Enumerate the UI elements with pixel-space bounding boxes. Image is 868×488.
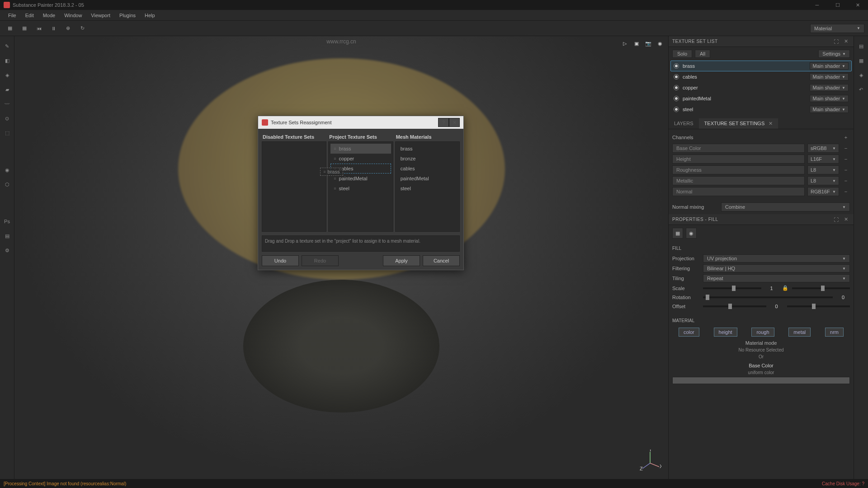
mat-nrm-button[interactable]: nrm xyxy=(825,328,844,337)
apply-button[interactable]: Apply xyxy=(383,255,420,266)
solo-button[interactable]: Solo xyxy=(672,50,692,58)
dialog-close-button[interactable]: ✕ xyxy=(449,118,460,127)
list-item[interactable]: bronze xyxy=(397,154,458,164)
add-icon[interactable]: ⊕ xyxy=(61,22,74,35)
viewport-camera-icon[interactable]: ▣ xyxy=(632,39,641,48)
ts-settings-dropdown[interactable]: Settings ▼ xyxy=(818,50,850,58)
shader-dropdown[interactable]: Main shader▼ xyxy=(810,95,849,102)
normal-mixing-dropdown[interactable]: Combine▼ xyxy=(721,202,850,211)
ts-item-steel[interactable]: steel Main shader▼ xyxy=(670,104,852,115)
visibility-toggle-icon[interactable] xyxy=(674,96,679,101)
mat-height-button[interactable]: height xyxy=(714,328,737,337)
viewport-perspective-icon[interactable]: ▷ xyxy=(620,39,629,48)
refresh-icon[interactable]: ↻ xyxy=(76,22,89,35)
panel-close-icon[interactable]: ✕ xyxy=(842,38,850,46)
projection-dropdown[interactable]: UV projection▼ xyxy=(703,254,850,263)
offset-slider-x[interactable] xyxy=(703,305,766,307)
ts-item-paintedmetal[interactable]: paintedMetal Main shader▼ xyxy=(670,93,852,104)
texture-icon[interactable]: ◈ xyxy=(855,69,868,81)
offset-slider-y[interactable] xyxy=(787,305,850,307)
list-item[interactable]: cables xyxy=(397,164,458,174)
back-icon[interactable]: ⏮ xyxy=(33,22,45,35)
mat-rough-button[interactable]: rough xyxy=(751,328,774,337)
grid4-icon[interactable]: ▦ xyxy=(4,22,16,35)
axis-gizmo[interactable]: Y X Z xyxy=(639,450,661,472)
channel-format-dropdown[interactable]: RGB16F▼ xyxy=(807,187,839,196)
maximize-button[interactable]: ☐ xyxy=(827,0,848,10)
grid9-icon[interactable]: ▦ xyxy=(18,22,31,35)
panel-close-icon[interactable]: ✕ xyxy=(842,216,850,224)
settings-tool-icon[interactable]: ⚙ xyxy=(1,244,14,257)
remove-channel-button[interactable]: − xyxy=(842,166,850,174)
eraser-tool-icon[interactable]: ◧ xyxy=(1,54,14,67)
list-item[interactable]: brass xyxy=(397,144,458,154)
tab-close-icon[interactable]: ✕ xyxy=(769,121,773,126)
material-mode-icon[interactable]: ◉ xyxy=(686,228,697,239)
list-item[interactable]: ≡copper xyxy=(330,154,391,164)
scale-slider[interactable] xyxy=(703,287,761,289)
ts-item-copper[interactable]: copper Main shader▼ xyxy=(670,82,852,93)
project-texture-sets-list[interactable]: ≡brass ≡copper ≡cables ≡paintedMetal ≡st… xyxy=(328,141,393,232)
scale-value[interactable]: 1 xyxy=(765,286,778,291)
select-tool-icon[interactable]: ⬚ xyxy=(1,127,14,139)
mat-color-button[interactable]: color xyxy=(679,328,699,337)
clone-tool-icon[interactable]: ⊙ xyxy=(1,112,14,125)
shader-dropdown[interactable]: Main shader▼ xyxy=(810,73,849,80)
menu-plugins[interactable]: Plugins xyxy=(115,11,140,20)
ts-item-brass[interactable]: brass Main shader▼ xyxy=(670,61,852,71)
brush-tool-icon[interactable]: ✎ xyxy=(1,40,14,52)
menu-edit[interactable]: Edit xyxy=(21,11,38,20)
list-item[interactable]: ≡brass xyxy=(330,144,391,154)
menu-window[interactable]: Window xyxy=(60,11,86,20)
rotation-value[interactable]: 0 xyxy=(836,295,850,300)
channel-format-dropdown[interactable]: L16F▼ xyxy=(807,155,839,164)
offset-value[interactable]: 0 xyxy=(770,304,783,309)
mat-metal-button[interactable]: metal xyxy=(788,328,811,337)
dialog-help-button[interactable]: ? xyxy=(438,118,449,127)
projection-tool-icon[interactable]: ◈ xyxy=(1,69,14,81)
fill-mode-icon[interactable]: ▦ xyxy=(672,228,683,239)
resource-icon[interactable]: ▤ xyxy=(1,230,14,242)
material-picker-icon[interactable]: ◉ xyxy=(1,164,14,176)
fill-tool-icon[interactable]: ▰ xyxy=(1,83,14,96)
close-button[interactable]: ✕ xyxy=(848,0,868,10)
history-icon[interactable]: ↶ xyxy=(855,83,868,96)
lock-icon[interactable]: 🔒 xyxy=(782,285,788,291)
all-button[interactable]: All xyxy=(695,50,710,58)
polyfill-icon[interactable]: ⬡ xyxy=(1,178,14,191)
tiling-dropdown[interactable]: Repeat▼ xyxy=(703,274,850,282)
disabled-texture-sets-list[interactable] xyxy=(262,141,326,232)
rotation-slider[interactable] xyxy=(703,296,833,298)
mesh-materials-list[interactable]: brass bronze cables paintedMetal steel xyxy=(395,141,460,232)
dialog-title-bar[interactable]: Texture Sets Reassignment ? ✕ xyxy=(258,116,463,129)
viewport-render-icon[interactable]: ◉ xyxy=(656,39,665,48)
viewport-camera2-icon[interactable]: 📷 xyxy=(644,39,653,48)
menu-viewport[interactable]: Viewport xyxy=(86,11,115,20)
remove-channel-button[interactable]: − xyxy=(842,188,850,196)
panel-expand-icon[interactable]: ⛶ xyxy=(832,38,840,46)
shader-dropdown[interactable]: Main shader▼ xyxy=(810,106,849,113)
layers-icon[interactable]: ▦ xyxy=(855,54,868,67)
minimize-button[interactable]: ─ xyxy=(807,0,827,10)
list-item[interactable]: paintedMetal xyxy=(397,174,458,183)
channel-format-dropdown[interactable]: L8▼ xyxy=(807,176,839,185)
panel-expand-icon[interactable]: ⛶ xyxy=(832,216,840,224)
tab-texture-set-settings[interactable]: TEXTURE SET SETTINGS ✕ xyxy=(699,118,778,129)
shelf-icon[interactable]: ▤ xyxy=(855,40,868,52)
visibility-toggle-icon[interactable] xyxy=(674,85,679,90)
ps-export-icon[interactable]: Ps xyxy=(1,215,14,228)
add-channel-button[interactable]: + xyxy=(842,133,850,141)
smudge-tool-icon[interactable]: 〰 xyxy=(1,98,14,110)
remove-channel-button[interactable]: − xyxy=(842,177,850,185)
channel-format-dropdown[interactable]: sRGB8▼ xyxy=(807,144,839,153)
remove-channel-button[interactable]: − xyxy=(842,155,850,163)
cancel-button[interactable]: Cancel xyxy=(423,255,460,266)
list-item[interactable]: ≡steel xyxy=(330,183,391,193)
color-swatch[interactable] xyxy=(672,377,850,384)
filtering-dropdown[interactable]: Bilinear | HQ▼ xyxy=(703,264,850,272)
material-dropdown[interactable]: Material ▼ xyxy=(810,24,864,33)
menu-mode[interactable]: Mode xyxy=(38,11,60,20)
scale-slider-y[interactable] xyxy=(792,287,850,289)
shader-dropdown[interactable]: Main shader▼ xyxy=(810,84,849,91)
tab-layers[interactable]: LAYERS xyxy=(669,118,699,129)
